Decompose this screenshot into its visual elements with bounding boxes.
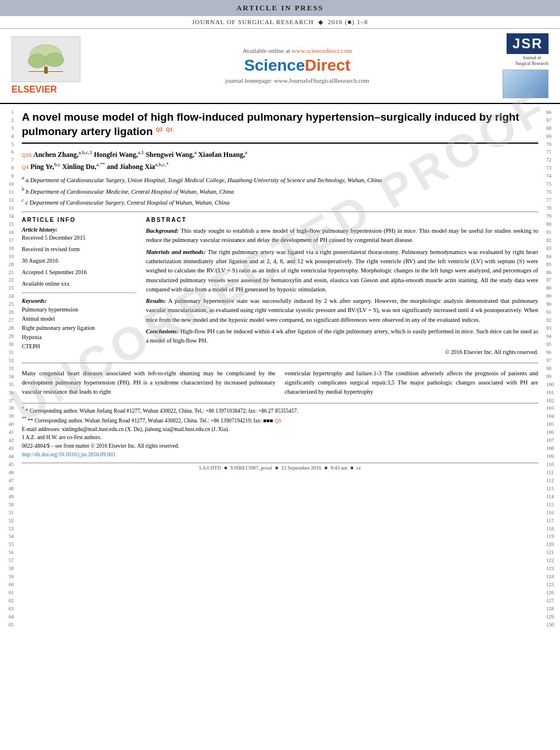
svg-point-2 <box>45 53 64 67</box>
revised-label: Received in revised form <box>22 245 137 253</box>
author-3-sup: a <box>194 149 196 155</box>
footnote-star1-text: * Corresponding author. Wuhan Jiefang Ro… <box>25 408 298 414</box>
keyword-5: CTEPH <box>22 342 137 351</box>
author-2-sup: a,1 <box>138 149 144 155</box>
content-body: A novel mouse model of high flow-induced… <box>16 104 544 629</box>
sciencedirect-area: Available online at www.sciencedirect.co… <box>103 47 491 84</box>
author-2: Hongfei Wang, <box>94 151 137 159</box>
body-divider <box>22 363 538 363</box>
author-4: Xiaofan Huang, <box>198 151 245 159</box>
footnote-star2: ** ** Corresponding author. Wuhan Jiefan… <box>22 416 538 425</box>
q5-marker: Q5 <box>275 418 281 424</box>
logo-area: ELSEVIER Available online at www.science… <box>0 29 560 104</box>
elsevier-image <box>11 36 80 82</box>
author-6-sup: a,** <box>96 161 105 167</box>
body-col2-text: ventricular hypertrophy and failure.1-3 … <box>285 369 539 397</box>
conclusions-label: Conclusions: <box>146 328 179 334</box>
sciencedirect-logo: ScienceDirect <box>103 56 491 75</box>
author-3: Shengwei Wang, <box>146 151 194 159</box>
accepted-date: Accepted 1 September 2016 <box>22 268 137 276</box>
background-text: This study sought to establish a new mod… <box>146 228 538 243</box>
copyright-notice: © 2016 Elsevier Inc. All rights reserved… <box>146 348 538 357</box>
background-label: Background: <box>146 228 179 234</box>
keyword-2: Animal model <box>22 314 137 324</box>
footnote-doi: http://dx.doi.org/10.1016/j.jss.2016.09.… <box>22 451 538 459</box>
abstract-text: Background: This study sought to establi… <box>146 226 538 357</box>
elsevier-logo: ELSEVIER <box>11 36 103 95</box>
footer-date: 23 September 2016 <box>281 465 322 471</box>
jsr-subtitle: Journal ofSurgical Research <box>515 55 549 67</box>
jsr-journal-image <box>503 70 549 98</box>
paper-title: A novel mouse model of high flow-induced… <box>22 110 538 144</box>
abstract-background: Background: This study sought to establi… <box>146 226 538 245</box>
line-numbers-right: 66 67 68 69 70 71 72 73 74 75 76 77 78 7… <box>544 104 560 629</box>
author-6: Xinling Du, <box>62 163 96 171</box>
footnote-cofirst: 1 A.Z. and H.W. are co-first authors. <box>22 433 538 442</box>
q1-marker: Q1 <box>166 126 173 132</box>
conclusions-text: High-flow PH can be induced within 4 wk … <box>146 328 538 344</box>
footnote-issn: 0022-4804/$ – see front matter © 2016 El… <box>22 442 538 451</box>
sciencedirect-url[interactable]: www.sciencedirect.com <box>292 47 352 54</box>
footer-extra: ce <box>357 465 361 471</box>
body-column-2: ventricular hypertrophy and failure.1-3 … <box>285 369 539 397</box>
body-col1-text: Many congenital heart diseases associate… <box>22 369 276 397</box>
author-7: and Jiahong Xia <box>107 163 155 171</box>
body-column-1: Many congenital heart diseases associate… <box>22 369 276 397</box>
body-two-columns: Many congenital heart diseases associate… <box>22 369 538 397</box>
affil-a: a a Department of Cardiovascular Surgery… <box>22 175 538 184</box>
keyword-3: Right pulmonary artery ligation <box>22 324 137 333</box>
footnote-star1: * * Corresponding author. Wuhan Jiefang … <box>22 406 538 416</box>
journal-homepage: journal homepage: www.JournalofSurgicalR… <box>103 77 491 84</box>
jsr-box: JSR <box>507 33 549 54</box>
journal-issue-bracket: (■) <box>345 18 355 25</box>
q16-marker: Q16 <box>22 152 32 158</box>
main-content: 1 2 3 4 5 6 7 8 9 10 11 12 13 14 15 16 1… <box>0 104 560 629</box>
footnote-star2-text: ** Corresponding author. Wuhan Jiefang R… <box>28 418 273 424</box>
authors-section: Q16 Anchen Zhang,a,b,c,1 Hongfei Wang,a,… <box>22 148 538 172</box>
received-date: Received 5 December 2015 <box>22 234 137 242</box>
svg-point-1 <box>28 54 47 68</box>
affil-a-text: a Department of Cardiovascular Surgery, … <box>26 177 382 183</box>
footer-time: 9:43 am <box>331 465 347 471</box>
diamond-separator: ◆ <box>318 18 323 25</box>
footer-proof: YJSRE13987_proof <box>230 465 272 471</box>
line-numbers-left: 1 2 3 4 5 6 7 8 9 10 11 12 13 14 15 16 1… <box>0 104 16 629</box>
author-4-sup: a <box>245 149 248 155</box>
author-5: Ping Ye, <box>30 163 55 171</box>
author-5-sup: b,c <box>55 161 61 167</box>
footnote-issn-text: 0022-4804/$ – see front matter © 2016 El… <box>22 443 179 449</box>
page-footer: 5.4.0 DTD ■ YJSRE13987_proof ■ 23 Septem… <box>22 463 538 471</box>
jsr-logo: JSR Journal ofSurgical Research <box>491 33 549 98</box>
article-info-header: ARTICLE INFO <box>22 217 137 223</box>
results-label: Results: <box>146 298 166 304</box>
two-column-section: ARTICLE INFO Article history: Received 5… <box>22 211 538 357</box>
journal-year: 2016 <box>328 18 343 25</box>
author-1-sup: a,b,c,1 <box>79 149 92 155</box>
affil-c-text: c Department of Cardiovascular Surgery, … <box>25 199 229 205</box>
revised-date: 30 August 2016 <box>22 257 137 265</box>
abstract-header: ABSTRACT <box>146 217 538 223</box>
journal-name: JOURNAL OF SURGICAL RESEARCH <box>192 18 314 25</box>
q4-marker: Q4 <box>22 164 29 170</box>
affil-b: b b Department of Cardiovascular Medicin… <box>22 186 538 196</box>
journal-header: JOURNAL OF SURGICAL RESEARCH ◆ 2016 (■) … <box>0 16 560 29</box>
q2-marker: Q2 <box>156 126 163 132</box>
journal-pages: 1–8 <box>357 18 368 25</box>
svg-rect-4 <box>29 71 63 72</box>
elsevier-tree-icon <box>23 44 69 75</box>
author-7-sup: a,b,c,* <box>155 161 169 167</box>
abstract-column: ABSTRACT Background: This study sought t… <box>146 217 538 357</box>
info-divider <box>22 293 137 293</box>
title-text: A novel mouse model of high flow-induced… <box>22 111 519 138</box>
footnotes-section: * * Corresponding author. Wuhan Jiefang … <box>22 403 538 459</box>
footnote-email-text: E-mail addresses: xinlingdu@mail.hust.ed… <box>22 426 229 432</box>
footnote-cofirst-text: 1 A.Z. and H.W. are co-first authors. <box>22 434 102 440</box>
page: ARTICLE IN PRESS JOURNAL OF SURGICAL RES… <box>0 0 560 750</box>
methods-text: The right pulmonary artery was ligated v… <box>146 249 538 293</box>
article-in-press-banner: ARTICLE IN PRESS <box>0 0 560 16</box>
abstract-methods: Materials and methods: The right pulmona… <box>146 248 538 294</box>
abstract-results: Results: A pulmonary hypertensive state … <box>146 297 538 325</box>
elsevier-label: ELSEVIER <box>11 84 103 95</box>
doi-link[interactable]: http://dx.doi.org/10.1016/j.jss.2016.09.… <box>22 452 115 457</box>
author-1: Anchen Zhang, <box>33 151 79 159</box>
